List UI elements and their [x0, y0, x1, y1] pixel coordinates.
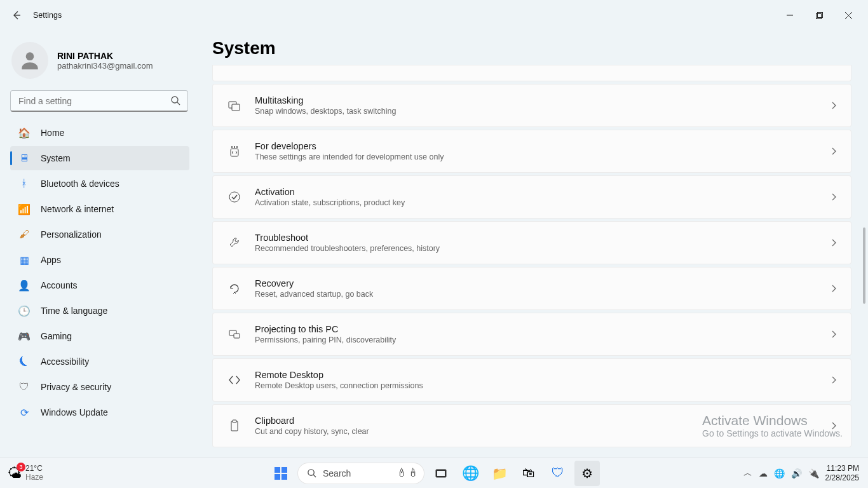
taskbar-search[interactable]: Search 🕯🕯: [297, 463, 424, 484]
onedrive-icon[interactable]: ☁: [759, 468, 768, 478]
chevron-right-icon: [829, 238, 838, 247]
nav-icon: 🛡: [18, 381, 31, 393]
clock-date: 2/28/2025: [825, 473, 859, 482]
edge-button[interactable]: 🌐: [458, 461, 483, 486]
nav-label: Windows Update: [41, 407, 108, 417]
store-icon: 🛍: [522, 466, 535, 480]
nav-item-personalization[interactable]: 🖌Personalization: [10, 222, 189, 247]
shield-icon: 🛡: [552, 466, 564, 480]
nav-item-bluetooth-devices[interactable]: ᚼBluetooth & devices: [10, 172, 189, 196]
nav-label: System: [41, 153, 71, 163]
svg-rect-11: [233, 420, 236, 423]
minimize-button[interactable]: [775, 5, 804, 25]
multitask-icon: [226, 99, 243, 112]
window-controls: [775, 5, 863, 25]
settings-card-for-developers[interactable]: For developers These settings are intend…: [212, 130, 851, 173]
nav-label: Network & internet: [41, 204, 114, 214]
remote-icon: [226, 374, 243, 386]
nav-label: Accounts: [41, 280, 78, 290]
chevron-right-icon: [829, 147, 838, 156]
nav-label: Home: [41, 128, 64, 138]
nav-item-system[interactable]: 🖥System: [10, 146, 189, 170]
card-title: Troubleshoot: [255, 233, 440, 243]
person-icon: [18, 48, 42, 72]
settings-card-troubleshoot[interactable]: Troubleshoot Recommended troubleshooters…: [212, 221, 851, 264]
taskview-button[interactable]: [428, 461, 454, 486]
start-button[interactable]: [268, 461, 294, 486]
card-title: For developers: [255, 141, 444, 151]
nav-item-privacy-security[interactable]: 🛡Privacy & security: [10, 375, 189, 399]
card-subtitle: Remote Desktop users, connection permiss…: [255, 381, 423, 390]
explorer-button[interactable]: 📁: [487, 461, 512, 486]
close-button[interactable]: [834, 5, 863, 25]
search-icon: [307, 468, 316, 478]
windows-icon: [274, 466, 288, 480]
nav-item-accounts[interactable]: 👤Accounts: [10, 273, 189, 297]
settings-card-remote-desktop[interactable]: Remote Desktop Remote Desktop users, con…: [212, 358, 851, 402]
maximize-icon: [816, 12, 823, 19]
settings-card-clipboard[interactable]: Clipboard Cut and copy history, sync, cl…: [212, 404, 851, 447]
nav-item-accessibility[interactable]: ⏾Accessibility: [10, 349, 189, 374]
card-title: Clipboard: [255, 416, 369, 426]
search-container: [10, 90, 189, 112]
nav-icon: 🕒: [18, 304, 31, 317]
nav-label: Accessibility: [41, 356, 89, 367]
card-subtitle: Snap windows, desktops, task switching: [255, 107, 396, 116]
nav-item-time-language[interactable]: 🕒Time & language: [10, 299, 189, 323]
scrollbar-thumb[interactable]: [863, 227, 865, 304]
settings-card-partial[interactable]: [212, 65, 851, 81]
nav-item-apps[interactable]: ▦Apps: [10, 248, 189, 272]
settings-card-activation[interactable]: Activation Activation state, subscriptio…: [212, 175, 851, 219]
nav-item-network-internet[interactable]: 📶Network & internet: [10, 197, 189, 221]
nav-item-windows-update[interactable]: ⟳Windows Update: [10, 400, 189, 424]
card-title: Activation: [255, 187, 405, 197]
nav-label: Personalization: [41, 229, 102, 240]
taskview-icon: [435, 468, 447, 479]
nav-item-home[interactable]: 🏠Home: [10, 121, 189, 145]
volume-icon[interactable]: 🔊: [791, 468, 802, 478]
titlebar: Settings: [0, 0, 868, 30]
nav-icon: 🏠: [18, 126, 31, 139]
profile-email: pathakrini343@gmail.com: [57, 61, 153, 71]
tray-chevron-icon[interactable]: ︿: [743, 468, 752, 479]
security-button[interactable]: 🛡: [545, 461, 571, 486]
nav-label: Bluetooth & devices: [41, 179, 119, 189]
svg-rect-15: [281, 474, 287, 480]
main-content: System Multitasking Snap windows, deskto…: [197, 30, 868, 458]
search-decoration-icon: 🕯🕯: [396, 466, 419, 480]
minimize-icon: [787, 12, 793, 18]
nav-icon: 📶: [18, 203, 31, 215]
settings-card-recovery[interactable]: Recovery Reset, advanced startup, go bac…: [212, 267, 851, 310]
arrow-left-icon: [11, 10, 22, 20]
settings-card-multitasking[interactable]: Multitasking Snap windows, desktops, tas…: [212, 84, 851, 127]
maximize-button[interactable]: [804, 5, 834, 25]
card-title: Multitasking: [255, 95, 396, 105]
settings-card-projecting-to-this-pc[interactable]: Projecting to this PC Permissions, pairi…: [212, 313, 851, 356]
taskbar-center: Search 🕯🕯 🌐 📁 🛍 🛡 ⚙: [268, 461, 600, 486]
profile-block[interactable]: RINI PATHAK pathakrini343@gmail.com: [10, 38, 189, 90]
store-button[interactable]: 🛍: [516, 461, 541, 486]
weather-desc: Haze: [25, 473, 43, 482]
nav-item-gaming[interactable]: 🎮Gaming: [10, 324, 189, 348]
nav-icon: 🖌: [18, 228, 31, 241]
chevron-right-icon: [829, 284, 838, 293]
project-icon: [226, 328, 243, 341]
clock[interactable]: 11:23 PM 2/28/2025: [825, 464, 859, 482]
profile-name: RINI PATHAK: [57, 51, 153, 61]
svg-rect-18: [437, 471, 445, 476]
chevron-right-icon: [829, 101, 838, 110]
dev-icon: [226, 145, 243, 158]
card-subtitle: Reset, advanced startup, go back: [255, 290, 373, 299]
card-title: Projecting to this PC: [255, 324, 396, 334]
search-input[interactable]: [10, 90, 188, 112]
back-button[interactable]: [5, 4, 28, 27]
folder-icon: 📁: [492, 466, 508, 481]
language-icon[interactable]: 🌐: [774, 468, 785, 478]
clock-time: 11:23 PM: [827, 464, 859, 473]
battery-icon[interactable]: 🔌: [808, 468, 819, 478]
card-title: Remote Desktop: [255, 370, 423, 380]
weather-icon: 🌤3: [8, 465, 22, 482]
settings-taskbar-button[interactable]: ⚙: [574, 461, 600, 486]
taskbar-weather[interactable]: 🌤3 21°C Haze: [0, 464, 43, 481]
avatar: [11, 42, 48, 79]
